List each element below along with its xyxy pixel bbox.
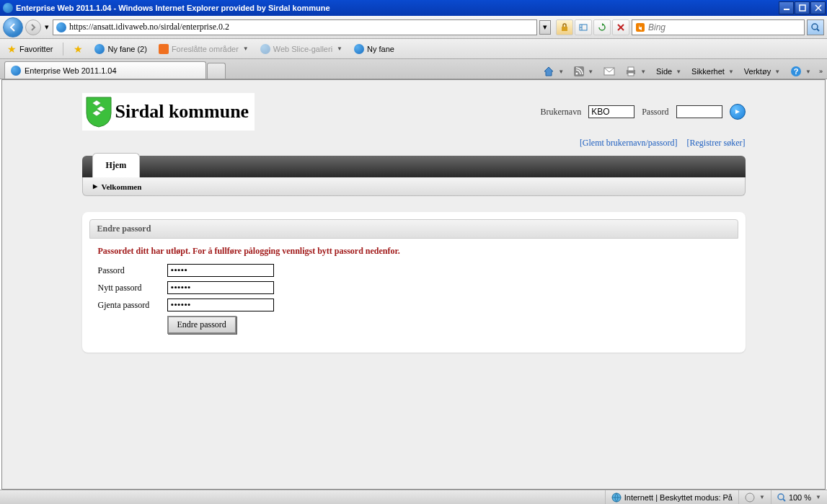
- tabs-toolbar: Enterprise Web 2011.1.04 ▼ ▼ ▼ Side▼ Sik…: [0, 59, 827, 79]
- stop-button[interactable]: [612, 19, 629, 35]
- status-protected-icon[interactable]: ▼: [738, 490, 771, 504]
- login-button[interactable]: [730, 104, 746, 120]
- svg-rect-16: [628, 73, 634, 76]
- tab-title: Enterprise Web 2011.1.04: [25, 66, 117, 75]
- browser-tab[interactable]: Enterprise Web 2011.1.04: [4, 61, 206, 79]
- page-menu[interactable]: Side▼: [654, 66, 684, 77]
- forgot-link[interactable]: [Glemt brukernavn/passord]: [580, 138, 678, 148]
- menu-label: Sikkerhet: [691, 67, 725, 76]
- search-input[interactable]: [648, 22, 801, 32]
- svg-line-22: [783, 499, 785, 501]
- star-add-icon: ★: [74, 43, 83, 55]
- help-button[interactable]: ?▼: [788, 64, 813, 79]
- safety-menu[interactable]: Sikkerhet▼: [689, 66, 736, 77]
- refresh-button[interactable]: [593, 19, 611, 35]
- fav-label: Web Slice-galleri: [273, 45, 332, 53]
- forward-button[interactable]: [25, 19, 41, 35]
- mail-button[interactable]: [601, 66, 617, 77]
- fav-link-nyfane[interactable]: Ny fane (2): [92, 43, 149, 56]
- mail-icon: [603, 67, 615, 76]
- svg-rect-4: [562, 27, 567, 31]
- print-button[interactable]: ▼: [623, 65, 648, 78]
- repeat-password-input[interactable]: [167, 299, 274, 311]
- new-password-label: Nytt passord: [98, 283, 167, 293]
- favorites-bar: ★Favoritter ★ Ny fane (2) Foreslåtte omr…: [0, 39, 827, 59]
- add-favorite-button[interactable]: ★: [71, 42, 86, 56]
- ie-icon: [11, 66, 21, 76]
- ie-logo-icon: [3, 3, 13, 13]
- menu-label: Side: [656, 67, 672, 76]
- feeds-button[interactable]: ▼: [572, 65, 596, 78]
- maximize-button[interactable]: [795, 1, 810, 14]
- username-input[interactable]: [588, 105, 634, 118]
- star-icon: ★: [7, 43, 17, 55]
- password-input[interactable]: [676, 105, 722, 118]
- home-button[interactable]: ▼: [541, 64, 566, 79]
- fav-label: Ny fane: [367, 45, 394, 53]
- zoom-control[interactable]: 100 % ▼: [771, 490, 827, 504]
- tab-label: Hjem: [106, 160, 127, 171]
- favorites-button[interactable]: ★Favoritter: [4, 42, 56, 56]
- subnav-label: Velkommen: [102, 182, 142, 191]
- shield-icon: [85, 96, 112, 128]
- ie-icon: [260, 44, 270, 54]
- zoom-icon: [777, 493, 786, 502]
- svg-line-3: [815, 5, 821, 11]
- fav-label: Foreslåtte områder: [172, 45, 239, 53]
- new-tab-button[interactable]: [207, 63, 226, 79]
- bing-icon: [635, 22, 645, 32]
- current-password-input[interactable]: [167, 264, 274, 277]
- home-icon: [543, 66, 554, 77]
- status-zone[interactable]: Internett | Beskyttet modus: På: [605, 490, 738, 504]
- fav-label: Ny fane (2): [107, 45, 146, 53]
- history-dropdown[interactable]: ▾: [43, 17, 50, 37]
- svg-point-9: [812, 24, 818, 30]
- tab-hjem[interactable]: Hjem: [92, 153, 141, 177]
- new-password-input[interactable]: [167, 281, 274, 294]
- fav-link-nyfane2[interactable]: Ny fane: [351, 43, 397, 56]
- search-box[interactable]: [632, 19, 805, 35]
- tools-menu[interactable]: Verktøy▼: [742, 66, 782, 77]
- fav-link-foreslatte[interactable]: Foreslåtte områder▼: [156, 43, 252, 56]
- status-zone-text: Internett | Beskyttet modus: På: [624, 493, 733, 502]
- address-bar[interactable]: [53, 19, 537, 35]
- svg-line-2: [815, 5, 821, 11]
- navigation-toolbar: ▾ ▾: [0, 16, 827, 39]
- suggested-icon: [159, 44, 169, 54]
- globe-icon: [611, 492, 622, 503]
- svg-point-12: [576, 73, 578, 75]
- brand-logo: Sirdal kommune: [82, 93, 255, 131]
- minimize-button[interactable]: [779, 1, 794, 14]
- triangle-icon: ▶: [93, 183, 97, 190]
- address-dropdown[interactable]: ▾: [539, 20, 551, 35]
- username-label: Brukernavn: [541, 107, 582, 118]
- back-button[interactable]: [3, 17, 23, 37]
- sub-nav[interactable]: ▶ Velkommen: [82, 177, 746, 196]
- compat-view-icon[interactable]: [575, 19, 592, 35]
- register-link[interactable]: [Registrer søker]: [687, 138, 746, 148]
- fav-link-webslice[interactable]: Web Slice-galleri▼: [257, 43, 345, 56]
- separator: [63, 43, 63, 56]
- svg-rect-15: [628, 67, 634, 71]
- svg-text:?: ?: [794, 67, 799, 76]
- window-title: Enterprise Web 2011.1.04 - Windows Inter…: [16, 4, 330, 12]
- panel-title: Endre passord: [89, 219, 738, 239]
- change-password-panel: Endre passord Passordet ditt har utløpt.…: [82, 212, 746, 353]
- chevron-down-icon: ▼: [243, 45, 249, 52]
- search-button[interactable]: [807, 19, 824, 35]
- password-label: Passord: [642, 107, 668, 118]
- favorites-label: Favoritter: [19, 45, 53, 53]
- chevron-down-icon: ▼: [337, 45, 342, 52]
- change-password-button[interactable]: Endre passord: [167, 316, 236, 334]
- repeat-password-label: Gjenta passord: [98, 300, 167, 311]
- svg-line-10: [817, 29, 819, 31]
- lock-icon[interactable]: [556, 19, 573, 35]
- zoom-text: 100 %: [789, 493, 811, 502]
- address-input[interactable]: [69, 22, 534, 32]
- brand-name: Sirdal kommune: [115, 101, 249, 123]
- svg-point-21: [778, 494, 784, 500]
- close-button[interactable]: [810, 1, 826, 14]
- more-chevron-icon[interactable]: »: [819, 68, 823, 75]
- ie-icon: [94, 44, 105, 54]
- help-icon: ?: [790, 66, 802, 77]
